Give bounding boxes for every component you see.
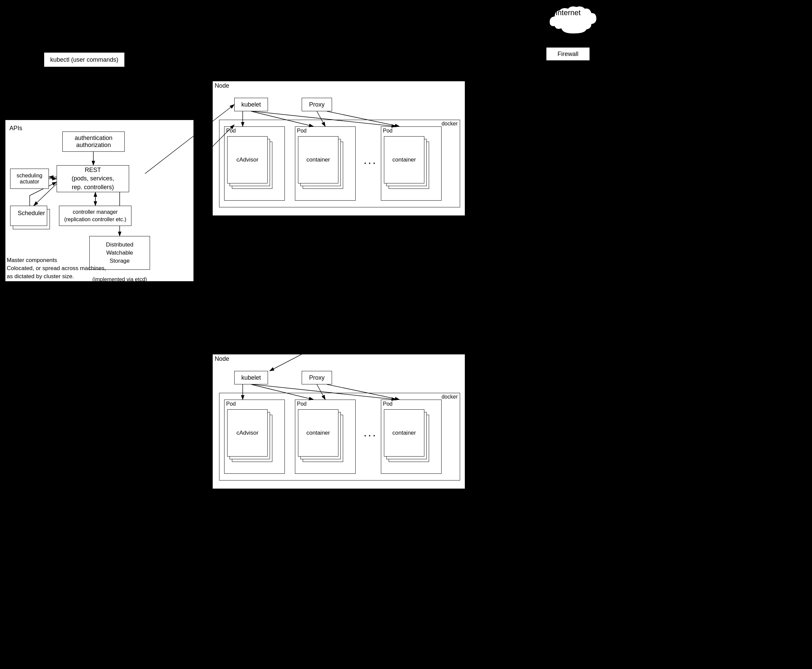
container3-top-box1: container [384,136,424,183]
kubelet-bottom-box: kubelet [234,371,268,385]
pod3-top-label: Pod [383,128,393,134]
scheduler-label: Scheduler [15,210,47,217]
proxy-bottom-label: Proxy [309,374,325,382]
container2-bottom-box1: container [298,409,339,457]
proxy-bottom-box: Proxy [302,371,332,385]
node2-label: Node [215,355,229,363]
pod1-bottom-label: Pod [226,401,236,407]
proxy-top-box: Proxy [302,98,332,111]
cadvisor-top-box1: cAdvisor [227,136,268,183]
firewall-label: Firewall [557,50,579,58]
proxy-top-label: Proxy [309,101,325,108]
kubelet-bottom-label: kubelet [242,374,261,382]
rest-label: REST (pods, services, rep. controllers) [72,166,114,192]
node1-label: Node [215,82,229,89]
kubectl-label: kubectl (user commands) [50,56,118,63]
container3-bottom-box1: container [384,409,424,457]
docker-bottom-label: docker [441,394,458,400]
container3-bottom-label: container [393,430,416,436]
container3-top-label: container [393,156,416,163]
auth-box: authentication authorization [62,131,125,152]
cadvisor-top-label: cAdvisor [236,156,258,163]
internet-label: Internet [555,8,581,17]
container2-top-box1: container [298,136,339,183]
container2-bottom-label: container [306,430,330,436]
dots-top: · · · [364,158,375,168]
sched-act-box: scheduling actuator [10,169,49,189]
pod2-top-label: Pod [297,128,306,134]
auth-label: authentication authorization [74,134,112,149]
kubelet-top-box: kubelet [234,98,268,111]
dots-bottom: · · · [364,431,375,440]
cadvisor-bottom-label: cAdvisor [236,430,258,436]
master-label: Master components Colocated, or spread a… [7,256,106,280]
sched-act-label: scheduling actuator [17,173,42,185]
kubectl-box: kubectl (user commands) [44,52,125,67]
apis-label: APIs [10,125,22,132]
firewall-box: Firewall [546,47,590,61]
container2-top-label: container [306,156,330,163]
ctrl-mgr-box: controller manager (replication controll… [59,206,131,226]
rest-box: REST (pods, services, rep. controllers) [57,165,129,192]
pod3-bottom-label: Pod [383,401,393,407]
ctrl-mgr-label: controller manager (replication controll… [64,208,126,224]
svg-line-18 [270,216,568,371]
dws-label: Distributed Watchable Storage [106,241,133,265]
docker-top-label: docker [441,121,458,127]
pod1-top-label: Pod [226,128,236,134]
cadvisor-bottom-box1: cAdvisor [227,409,268,457]
kubelet-top-label: kubelet [242,101,261,108]
pod2-bottom-label: Pod [297,401,306,407]
